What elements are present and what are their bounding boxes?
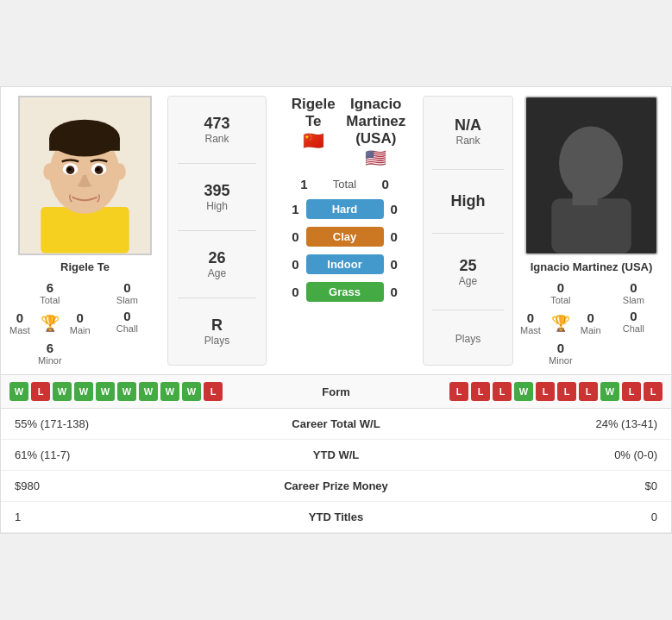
p2-form-badge-3: W — [514, 382, 533, 401]
player1-main-value: 0 — [70, 310, 91, 325]
high-stat: 395 High — [204, 178, 229, 216]
stats-center-0: Career Total W/L — [259, 417, 414, 430]
p1-header-name: Rigele Te — [282, 96, 345, 130]
stats-left-3: 1 — [15, 510, 259, 523]
indoor-badge: Indoor — [306, 254, 384, 274]
player1-minor-cell: 6 Minor — [9, 341, 91, 366]
player2-main-cell: 0 Main — [581, 310, 601, 335]
player1-total-cell: 6 Total — [9, 280, 91, 305]
plays-value: R — [204, 316, 229, 335]
p1-hard-score: 1 — [292, 202, 298, 216]
clay-score-row: 0 Clay 0 — [273, 227, 416, 247]
p1-form-badge-5: W — [117, 382, 136, 401]
stats-rows: 55% (171-138)Career Total W/L24% (13-41)… — [1, 408, 671, 533]
p2-plays-label: Plays — [455, 333, 480, 345]
plays-label: Plays — [204, 335, 229, 347]
rank-value: 473 — [204, 115, 229, 133]
p2-rank-label: Rank — [455, 135, 481, 147]
player2-minor-cell: 0 Minor — [520, 341, 601, 366]
p2-high-value: High — [451, 192, 486, 210]
player1-slam-label: Slam — [94, 295, 160, 305]
player2-chall-cell: 0 Chall — [605, 309, 663, 337]
player1-chall-label: Chall — [94, 323, 160, 334]
p1-header: Rigele Te 🇨🇳 — [282, 96, 345, 151]
player1-mast-cell: 0 Mast — [9, 310, 30, 335]
stats-right-2: $0 — [414, 479, 658, 492]
player1-chall-cell: 0 Chall — [94, 309, 160, 337]
svg-point-12 — [68, 167, 72, 171]
right-rank-block: N/A Rank High 25 Age Plays — [423, 96, 513, 366]
p2-flag: 🇺🇸 — [345, 147, 408, 168]
player2-chall-value: 0 — [605, 309, 663, 323]
p2-age-value: 25 — [459, 257, 477, 275]
svg-point-13 — [97, 167, 100, 171]
player1-slam-value: 0 — [94, 280, 160, 295]
p1-form-badge-6: W — [139, 382, 158, 401]
player2-slam-label: Slam — [605, 295, 663, 305]
stats-center-3: YTD Titles — [259, 510, 414, 523]
divider-2 — [178, 230, 255, 231]
r-divider-3 — [432, 310, 503, 310]
stats-row-1: 61% (11-7)YTD W/L0% (0-0) — [1, 440, 671, 471]
p2-form-badge-2: L — [493, 382, 512, 401]
trophy-icon-2: 🏆 — [551, 314, 570, 333]
total-score-row: 1 Total 0 — [273, 177, 416, 191]
p2-header: Ignacio Martinez (USA) 🇺🇸 — [345, 96, 408, 168]
svg-rect-16 — [551, 198, 631, 253]
player1-trophy-row: 0 Mast 🏆 0 Main — [9, 310, 91, 335]
main-container: Rigele Te 6 Total 0 Slam 0 Mast 🏆 — [0, 86, 672, 534]
grass-badge: Grass — [306, 282, 384, 302]
player2-total-label: Total — [520, 295, 601, 305]
p1-form-badge-2: W — [53, 382, 72, 401]
player1-mast-label: Mast — [9, 325, 30, 335]
player2-main-value: 0 — [581, 310, 601, 325]
player2-mast-label: Mast — [520, 325, 541, 335]
player2-slam-cell: 0 Slam — [605, 280, 663, 305]
p2-form-badge-7: W — [600, 382, 619, 401]
player2-total-cell: 0 Total — [520, 280, 601, 305]
p2-clay-score: 0 — [391, 229, 398, 244]
p1-form-badge-8: W — [182, 382, 201, 401]
stats-left-1: 61% (11-7) — [15, 448, 259, 461]
p1-form-badge-4: W — [96, 382, 115, 401]
stats-right-0: 24% (13-41) — [414, 417, 658, 430]
rank-stat: 473 Rank — [204, 111, 229, 148]
player1-name: Rigele Te — [60, 260, 110, 273]
player1-minor-label: Minor — [9, 355, 91, 366]
player1-card: Rigele Te 6 Total 0 Slam 0 Mast 🏆 — [9, 96, 160, 366]
player2-slam-value: 0 — [605, 280, 663, 295]
svg-rect-17 — [573, 189, 598, 205]
player2-total-value: 0 — [520, 280, 601, 295]
high-label: High — [204, 200, 229, 212]
p2-rank-value: N/A — [455, 116, 481, 135]
form-section: WLWWWWWWWL Form LLLWLLLWLL — [1, 374, 671, 408]
high-value: 395 — [204, 182, 229, 200]
p2-high-item: High — [451, 189, 486, 214]
form-label: Form — [302, 385, 371, 398]
player2-mast-cell: 0 Mast — [520, 310, 541, 335]
player1-mast-value: 0 — [9, 310, 30, 325]
head-section: Rigele Te 6 Total 0 Slam 0 Mast 🏆 — [1, 87, 671, 374]
stats-row-0: 55% (171-138)Career Total W/L24% (13-41) — [1, 409, 671, 440]
clay-badge: Clay — [306, 227, 384, 247]
player2-main-label: Main — [581, 325, 601, 335]
player2-card: Ignacio Martinez (USA) 0 Total 0 Slam 0 … — [520, 96, 663, 366]
player2-photo — [524, 96, 658, 255]
player2-chall-label: Chall — [605, 323, 663, 334]
total-label: Total — [315, 178, 375, 191]
grass-score-row: 0 Grass 0 — [273, 282, 416, 302]
hard-badge: Hard — [306, 199, 384, 219]
p2-form-badge-0: L — [449, 382, 468, 401]
age-label: Age — [208, 267, 226, 279]
p1-form-badges: WLWWWWWWWL — [9, 382, 297, 401]
p1-total-score: 1 — [300, 177, 307, 191]
player1-chall-value: 0 — [94, 309, 160, 323]
p1-form-badge-1: L — [31, 382, 50, 401]
player1-photo — [18, 96, 152, 255]
divider-1 — [178, 163, 255, 164]
stats-center-1: YTD W/L — [259, 448, 414, 461]
p2-form-badge-5: L — [557, 382, 576, 401]
stats-row-3: 1YTD Titles0 — [1, 502, 671, 533]
p2-age-item: 25 Age — [459, 254, 477, 291]
p2-form-badge-1: L — [471, 382, 490, 401]
